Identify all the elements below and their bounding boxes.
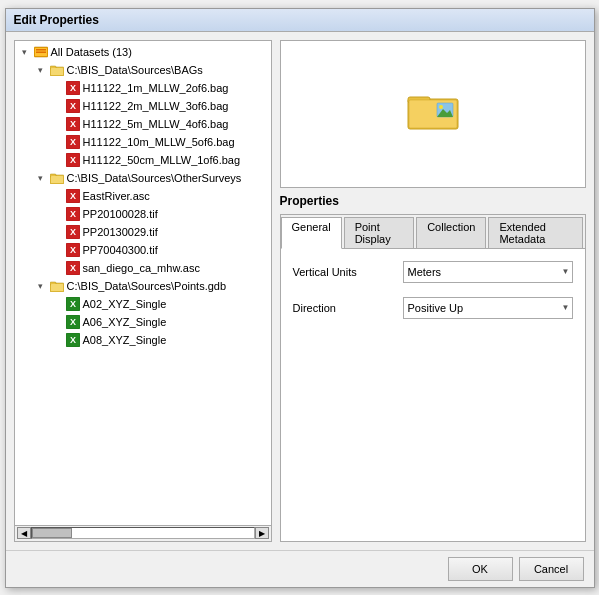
svg-rect-2 <box>36 49 46 51</box>
tree-container[interactable]: ▾ All Datasets (13)▾ C:\BIS_Data\Sources… <box>14 40 272 526</box>
tree-node[interactable]: ▾ C:\BIS_Data\Sources\OtherSurveys <box>17 169 269 187</box>
expand-placeholder <box>49 206 65 222</box>
tree-node[interactable]: X A06_XYZ_Single <box>17 313 269 331</box>
button-bar: OK Cancel <box>6 550 594 587</box>
tree-node[interactable]: X H11122_50cm_MLLW_1of6.bag <box>17 151 269 169</box>
tab-extended-metadata[interactable]: Extended Metadata <box>488 217 582 248</box>
tab-general[interactable]: General <box>281 217 342 249</box>
svg-text:X: X <box>69 101 75 111</box>
tree-node-label: A02_XYZ_Single <box>81 298 167 310</box>
svg-text:X: X <box>69 137 75 147</box>
svg-text:X: X <box>69 119 75 129</box>
tree-node-label: C:\BIS_Data\Sources\OtherSurveys <box>65 172 242 184</box>
tree-node-label: A06_XYZ_Single <box>81 316 167 328</box>
expand-placeholder <box>49 296 65 312</box>
tree-node-label: H11122_1m_MLLW_2of6.bag <box>81 82 229 94</box>
svg-text:X: X <box>69 191 75 201</box>
tree-node-label: EastRiver.asc <box>81 190 150 202</box>
direction-label: Direction <box>293 302 403 314</box>
expand-icon[interactable]: ▾ <box>33 62 49 78</box>
tree-node[interactable]: X H11122_1m_MLLW_2of6.bag <box>17 79 269 97</box>
tree-node-label: C:\BIS_Data\Sources\Points.gdb <box>65 280 227 292</box>
expand-placeholder <box>49 314 65 330</box>
left-panel: ▾ All Datasets (13)▾ C:\BIS_Data\Sources… <box>14 40 272 542</box>
svg-rect-3 <box>36 51 46 53</box>
expand-placeholder <box>49 332 65 348</box>
svg-text:X: X <box>69 335 75 345</box>
vertical-units-row: Vertical Units Meters <box>293 261 573 283</box>
tree-node[interactable]: ▾ All Datasets (13) <box>17 43 269 61</box>
expand-placeholder <box>49 242 65 258</box>
expand-placeholder <box>49 152 65 168</box>
tree-node[interactable]: X PP20100028.tif <box>17 205 269 223</box>
tree-node-label: PP20100028.tif <box>81 208 158 220</box>
tree-node[interactable]: X H11122_5m_MLLW_4of6.bag <box>17 115 269 133</box>
tree-node-label: H11122_50cm_MLLW_1of6.bag <box>81 154 241 166</box>
expand-placeholder <box>49 260 65 276</box>
tab-content-general: Vertical Units Meters Direction Positive… <box>281 249 585 541</box>
tree-node[interactable]: X EastRiver.asc <box>17 187 269 205</box>
tree-node[interactable]: ▾ C:\BIS_Data\Sources\Points.gdb <box>17 277 269 295</box>
cancel-button[interactable]: Cancel <box>519 557 584 581</box>
title-bar: Edit Properties <box>6 9 594 32</box>
ok-button[interactable]: OK <box>448 557 513 581</box>
tree-node-label: C:\BIS_Data\Sources\BAGs <box>65 64 203 76</box>
svg-text:X: X <box>69 263 75 273</box>
direction-row: Direction Positive Up <box>293 297 573 319</box>
expand-placeholder <box>49 224 65 240</box>
expand-icon[interactable]: ▾ <box>17 44 33 60</box>
tree-node[interactable]: X H11122_10m_MLLW_5of6.bag <box>17 133 269 151</box>
tab-bar: General Point Display Collection Extende… <box>281 215 585 249</box>
tree-node[interactable]: X PP20130029.tif <box>17 223 269 241</box>
tree-node-label: PP20130029.tif <box>81 226 158 238</box>
scroll-thumb[interactable] <box>32 528 72 538</box>
horizontal-scrollbar[interactable]: ◀ ▶ <box>14 526 272 542</box>
svg-text:X: X <box>69 227 75 237</box>
svg-text:X: X <box>69 299 75 309</box>
expand-icon[interactable]: ▾ <box>33 170 49 186</box>
tree-node-label: H11122_10m_MLLW_5of6.bag <box>81 136 235 148</box>
tree-node[interactable]: X H11122_2m_MLLW_3of6.bag <box>17 97 269 115</box>
properties-label: Properties <box>280 194 586 208</box>
expand-placeholder <box>49 116 65 132</box>
dialog-title: Edit Properties <box>14 13 99 27</box>
svg-text:X: X <box>69 155 75 165</box>
svg-text:X: X <box>69 83 75 93</box>
expand-placeholder <box>49 188 65 204</box>
scroll-right-btn[interactable]: ▶ <box>255 527 269 539</box>
svg-rect-6 <box>51 68 63 75</box>
scroll-left-btn[interactable]: ◀ <box>17 527 31 539</box>
right-panel: Properties General Point Display Collect… <box>280 40 586 542</box>
scroll-track[interactable] <box>31 527 255 539</box>
expand-placeholder <box>49 98 65 114</box>
preview-box <box>280 40 586 188</box>
svg-text:X: X <box>69 317 75 327</box>
tree-node-label: PP70040300.tif <box>81 244 158 256</box>
tree-node[interactable]: X PP70040300.tif <box>17 241 269 259</box>
tree-node-label: All Datasets (13) <box>49 46 132 58</box>
svg-rect-32 <box>51 284 63 291</box>
svg-text:X: X <box>69 209 75 219</box>
expand-icon[interactable]: ▾ <box>33 278 49 294</box>
expand-placeholder <box>49 134 65 150</box>
tree-node-label: san_diego_ca_mhw.asc <box>81 262 200 274</box>
svg-point-44 <box>439 105 443 109</box>
direction-dropdown[interactable]: Positive Up <box>403 297 573 319</box>
tab-point-display[interactable]: Point Display <box>344 217 414 248</box>
tabs-container: General Point Display Collection Extende… <box>280 214 586 542</box>
tree-node[interactable]: X san_diego_ca_mhw.asc <box>17 259 269 277</box>
preview-folder-icon <box>407 87 459 140</box>
tree-node[interactable]: ▾ C:\BIS_Data\Sources\BAGs <box>17 61 269 79</box>
vertical-units-dropdown[interactable]: Meters <box>403 261 573 283</box>
svg-rect-19 <box>51 176 63 183</box>
svg-text:X: X <box>69 245 75 255</box>
tree-node[interactable]: X A02_XYZ_Single <box>17 295 269 313</box>
expand-placeholder <box>49 80 65 96</box>
tree-node-label: H11122_5m_MLLW_4of6.bag <box>81 118 229 130</box>
tab-collection[interactable]: Collection <box>416 217 486 248</box>
tree-node[interactable]: X A08_XYZ_Single <box>17 331 269 349</box>
vertical-units-label: Vertical Units <box>293 266 403 278</box>
tree-node-label: H11122_2m_MLLW_3of6.bag <box>81 100 229 112</box>
tree-node-label: A08_XYZ_Single <box>81 334 167 346</box>
edit-properties-dialog: Edit Properties ▾ All Datasets (13)▾ <box>5 8 595 588</box>
